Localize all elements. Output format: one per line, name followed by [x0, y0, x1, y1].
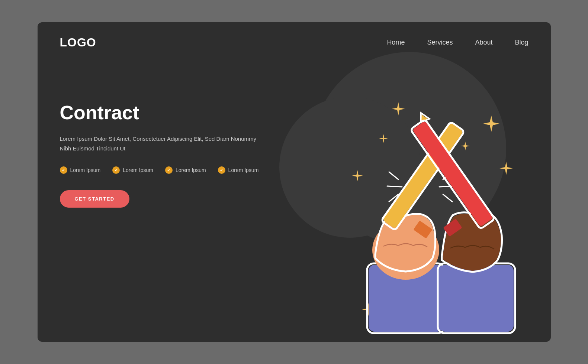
hero-title: Contract — [60, 101, 268, 124]
check-label-4: Lorem Ipsum — [228, 167, 259, 173]
nav-link-services[interactable]: Services — [427, 39, 453, 46]
check-icon-4: ✓ — [218, 166, 225, 174]
check-icon-2: ✓ — [112, 166, 120, 174]
sparkle-pencil-left — [379, 134, 388, 143]
check-icon-3: ✓ — [165, 166, 173, 174]
shine-line-3 — [389, 172, 398, 179]
sparkle-mid-right — [499, 162, 513, 175]
sparkle-top-center — [392, 102, 405, 116]
nav-item-about[interactable]: About — [475, 39, 492, 46]
svg-rect-8 — [439, 265, 514, 332]
hero-illustration — [268, 79, 528, 332]
hero-description: Lorem Ipsum Dolor Sit Amet, Consectetuer… — [60, 134, 268, 153]
nav-item-home[interactable]: Home — [387, 39, 405, 46]
sparkle-top-right — [483, 116, 499, 132]
get-started-button[interactable]: GET STARTED — [60, 190, 129, 208]
page-card: LOGO Home Services About Blog Contract L… — [38, 22, 551, 342]
shine-line-6 — [443, 194, 452, 202]
check-label-1: Lorem Ipsum — [70, 167, 101, 173]
sparkle-small-upper-right — [461, 142, 470, 150]
nav-link-home[interactable]: Home — [387, 39, 405, 46]
sparkle-mid-left — [352, 170, 363, 181]
check-item-2: ✓ Lorem Ipsum — [112, 166, 153, 174]
nav-link-about[interactable]: About — [475, 39, 492, 46]
check-label-2: Lorem Ipsum — [123, 167, 153, 173]
check-item-3: ✓ Lorem Ipsum — [165, 166, 206, 174]
check-item-4: ✓ Lorem Ipsum — [218, 166, 259, 174]
check-item-1: ✓ Lorem Ipsum — [60, 166, 101, 174]
nav-links: Home Services About Blog — [387, 39, 528, 46]
hero-left: Contract Lorem Ipsum Dolor Sit Amet, Con… — [60, 79, 268, 208]
check-icon-1: ✓ — [60, 166, 67, 174]
contract-illustration — [283, 94, 536, 339]
nav-item-services[interactable]: Services — [427, 39, 453, 46]
nav-item-blog[interactable]: Blog — [515, 39, 528, 46]
checkmarks-list: ✓ Lorem Ipsum ✓ Lorem Ipsum ✓ Lorem Ipsu… — [60, 166, 268, 174]
nav-link-blog[interactable]: Blog — [515, 39, 528, 46]
hero-section: Contract Lorem Ipsum Dolor Sit Amet, Con… — [38, 49, 551, 332]
navigation: LOGO Home Services About Blog — [38, 22, 551, 49]
logo: LOGO — [60, 36, 96, 49]
shine-line-1 — [387, 186, 402, 187]
check-label-3: Lorem Ipsum — [176, 167, 206, 173]
